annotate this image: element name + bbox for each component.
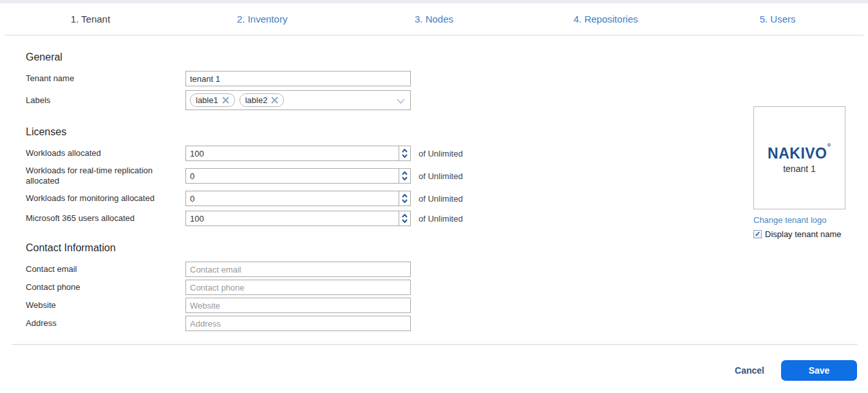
limit-suffix: of Unlimited	[419, 171, 463, 181]
tab-inventory[interactable]: 2. Inventory	[176, 14, 348, 24]
nakivo-logo: NAKIVO®	[768, 142, 831, 162]
display-tenant-name-checkbox[interactable]: ✓	[753, 230, 762, 238]
contact-email-row: Contact email	[26, 262, 868, 277]
tenant-name-row: Tenant name	[26, 71, 868, 86]
step-down-icon[interactable]	[402, 199, 408, 203]
labels-row: Labels lable1 lable2	[26, 90, 868, 110]
realtime-replication-row: Workloads for real-time replication allo…	[26, 166, 868, 186]
cancel-button[interactable]: Cancel	[735, 365, 764, 376]
footer-actions: Cancel Save	[735, 360, 857, 381]
realtime-replication-input[interactable]	[185, 168, 411, 184]
step-up-icon[interactable]	[402, 214, 408, 218]
wizard-tabs: 1. Tenant 2. Inventory 3. Nodes 4. Repos…	[5, 3, 863, 35]
chip-remove-icon[interactable]	[222, 97, 229, 104]
chevron-down-icon[interactable]	[397, 99, 405, 104]
labels-label: Labels	[26, 95, 185, 106]
licenses-section-title: Licenses	[26, 126, 868, 138]
step-down-icon[interactable]	[402, 219, 408, 223]
workloads-allocated-label: Workloads allocated	[26, 148, 185, 158]
website-label: Website	[26, 300, 185, 311]
limit-suffix: of Unlimited	[419, 149, 463, 158]
label-chip-text: lable1	[196, 95, 218, 105]
limit-suffix: of Unlimited	[419, 194, 463, 204]
step-up-icon[interactable]	[402, 149, 408, 153]
tenant-name-input[interactable]	[185, 71, 411, 86]
tab-repositories[interactable]: 4. Repositories	[520, 14, 692, 24]
address-row: Address	[26, 316, 868, 331]
contact-phone-label: Contact phone	[26, 282, 185, 292]
logo-tenant-name: tenant 1	[783, 164, 816, 174]
registered-mark: ®	[827, 142, 831, 148]
display-tenant-name-row: ✓ Display tenant name	[753, 229, 856, 239]
contact-section-title: Contact Information	[26, 242, 868, 254]
contact-phone-input[interactable]	[185, 280, 411, 295]
tenant-logo-preview: NAKIVO® tenant 1	[753, 106, 845, 209]
workloads-allocated-row: Workloads allocated of Unlimited	[26, 146, 868, 161]
address-input[interactable]	[185, 316, 411, 331]
number-stepper[interactable]	[399, 146, 410, 160]
step-up-icon[interactable]	[402, 194, 408, 198]
monitoring-label: Workloads for monitoring allocated	[26, 193, 185, 204]
website-input[interactable]	[185, 298, 411, 313]
number-stepper[interactable]	[399, 169, 410, 183]
tab-tenant[interactable]: 1. Tenant	[5, 14, 176, 24]
tab-users[interactable]: 5. Users	[692, 14, 863, 24]
step-down-icon[interactable]	[402, 177, 408, 180]
general-section-title: General	[26, 52, 868, 63]
labels-multiselect[interactable]: lable1 lable2	[185, 90, 411, 110]
display-tenant-name-label: Display tenant name	[765, 229, 842, 239]
change-tenant-logo-link[interactable]: Change tenant logo	[753, 215, 847, 225]
workloads-allocated-input[interactable]	[185, 146, 411, 161]
label-chip: lable1	[190, 93, 235, 107]
tenant-name-label: Tenant name	[26, 73, 185, 84]
m365-users-input[interactable]	[185, 211, 411, 226]
address-label: Address	[26, 318, 185, 329]
number-stepper[interactable]	[399, 211, 410, 225]
label-chip-text: lable2	[245, 95, 268, 105]
monitoring-row: Workloads for monitoring allocated of Un…	[26, 191, 868, 206]
monitoring-input[interactable]	[185, 191, 411, 206]
website-row: Website	[26, 298, 868, 313]
footer-divider	[12, 344, 857, 345]
contact-email-input[interactable]	[185, 262, 411, 277]
save-button[interactable]: Save	[781, 360, 857, 381]
step-down-icon[interactable]	[402, 154, 408, 158]
tab-nodes[interactable]: 3. Nodes	[348, 14, 520, 24]
contact-phone-row: Contact phone	[26, 280, 868, 295]
realtime-replication-label: Workloads for real-time replication allo…	[26, 166, 185, 186]
contact-email-label: Contact email	[26, 264, 185, 274]
label-chip: lable2	[240, 93, 285, 107]
step-up-icon[interactable]	[402, 171, 408, 175]
m365-users-label: Microsoft 365 users allocated	[26, 213, 185, 224]
tenant-logo-panel: NAKIVO® tenant 1 Change tenant logo ✓ Di…	[753, 106, 847, 239]
chip-remove-icon[interactable]	[271, 97, 278, 104]
tenant-form: General Tenant name Labels lable1 lable2	[0, 52, 868, 331]
m365-users-row: Microsoft 365 users allocated of Unlimit…	[26, 211, 868, 226]
limit-suffix: of Unlimited	[419, 214, 463, 224]
number-stepper[interactable]	[399, 191, 410, 206]
